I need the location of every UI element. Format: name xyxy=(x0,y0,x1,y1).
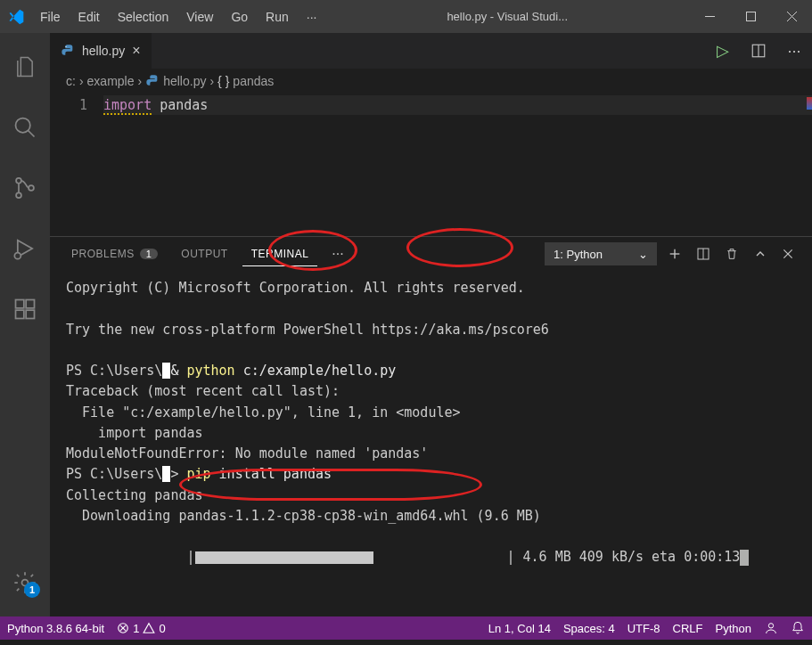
menu-file[interactable]: File xyxy=(31,3,70,31)
status-python-version[interactable]: Python 3.8.6 64-bit xyxy=(7,622,104,635)
crumb-file[interactable]: hello.py xyxy=(163,74,206,88)
code-keyword: import xyxy=(103,97,152,115)
close-tab-icon[interactable]: × xyxy=(132,43,140,59)
bottom-panel: PROBLEMS 1 OUTPUT TERMINAL ··· 1: Python… xyxy=(50,236,812,616)
minimap-indicator xyxy=(807,97,812,110)
svg-line-5 xyxy=(29,131,35,137)
svg-rect-13 xyxy=(26,300,34,308)
settings-gear-icon[interactable]: 1 xyxy=(0,558,50,608)
tab-hello-py[interactable]: hello.py × xyxy=(50,33,152,69)
chevron-right-icon: › xyxy=(137,74,142,88)
maximize-button[interactable] xyxy=(730,0,771,33)
terminal-output[interactable]: Copyright (C) Microsoft Corporation. All… xyxy=(50,271,812,616)
svg-rect-1 xyxy=(746,12,755,21)
settings-badge: 1 xyxy=(24,582,40,598)
menu-go[interactable]: Go xyxy=(222,3,257,31)
minimize-button[interactable] xyxy=(689,0,730,33)
chevron-right-icon: › xyxy=(209,74,214,88)
chevron-right-icon: › xyxy=(79,74,84,88)
extensions-icon[interactable] xyxy=(0,284,50,334)
status-bar: Python 3.8.6 64-bit 1 0 Ln 1, Col 14 Spa… xyxy=(0,616,812,640)
activity-bar: 1 xyxy=(0,33,50,616)
svg-point-9 xyxy=(14,253,21,259)
terminal-selector[interactable]: 1: Python ⌄ xyxy=(545,242,657,265)
braces-icon: { } xyxy=(217,74,229,88)
svg-point-27 xyxy=(768,624,773,628)
python-file-icon xyxy=(61,44,75,58)
search-icon[interactable] xyxy=(0,102,50,152)
terminal-line: Copyright (C) Microsoft Corporation. All… xyxy=(66,278,796,298)
window-title: hello.py - Visual Studi... xyxy=(325,10,689,23)
status-ln-col[interactable]: Ln 1, Col 14 xyxy=(488,622,551,635)
svg-point-6 xyxy=(16,178,21,184)
line-number: 1 xyxy=(50,94,87,113)
svg-point-15 xyxy=(65,46,66,47)
problems-count-badge: 1 xyxy=(140,249,159,259)
editor-tabs: hello.py × ▷ ··· xyxy=(50,33,812,69)
panel-tabs: PROBLEMS 1 OUTPUT TERMINAL ··· 1: Python… xyxy=(50,237,812,271)
breadcrumb[interactable]: c: › example › hello.py › { } pandas xyxy=(50,69,812,94)
vscode-logo-icon xyxy=(0,8,31,26)
terminal-line: PS C:\Users\ > pip install pandas xyxy=(66,464,796,485)
crumb-folder[interactable]: example xyxy=(87,74,135,88)
close-panel-icon[interactable] xyxy=(782,248,800,260)
kill-terminal-icon[interactable] xyxy=(725,247,742,261)
run-file-button[interactable]: ▷ xyxy=(705,33,741,69)
menu-view[interactable]: View xyxy=(177,3,222,31)
terminal-line: PS C:\Users\ & python c:/example/hello.p… xyxy=(66,361,796,381)
svg-point-8 xyxy=(29,185,34,191)
progress-bar xyxy=(195,547,507,567)
terminal-line: Downloading pandas-1.1.2-cp38-cp38-win_a… xyxy=(66,506,796,527)
status-problems[interactable]: 1 0 xyxy=(117,622,165,635)
titlebar: File Edit Selection View Go Run ··· hell… xyxy=(0,0,812,33)
svg-point-7 xyxy=(16,192,21,198)
tab-label: hello.py xyxy=(82,44,125,58)
status-encoding[interactable]: UTF-8 xyxy=(627,622,660,635)
workspace: hello.py × ▷ ··· c: › example › hello.py… xyxy=(50,33,812,616)
source-control-icon[interactable] xyxy=(0,163,50,213)
maximize-panel-icon[interactable] xyxy=(753,247,771,261)
terminal-line: Collecting pandas xyxy=(66,486,796,506)
split-editor-icon[interactable] xyxy=(741,33,776,69)
editor-area[interactable]: 1 import pandas xyxy=(50,94,812,236)
terminal-line: || 4.6 MB 409 kB/s eta 0:00:13 xyxy=(66,527,796,589)
terminal-line: Traceback (most recent call last): xyxy=(66,381,796,402)
menu-run[interactable]: Run xyxy=(257,3,298,31)
menu-more-icon[interactable]: ··· xyxy=(298,3,326,31)
status-language[interactable]: Python xyxy=(716,622,751,635)
terminal-line: Try the new cross-platform PowerShell ht… xyxy=(66,320,796,340)
panel-more-icon[interactable]: ··· xyxy=(323,246,352,262)
menu-edit[interactable]: Edit xyxy=(70,3,109,31)
status-spaces[interactable]: Spaces: 4 xyxy=(563,622,615,635)
python-file-icon xyxy=(145,74,160,88)
menu-bar: File Edit Selection View Go Run ··· xyxy=(31,3,325,31)
more-actions-icon[interactable]: ··· xyxy=(776,33,812,69)
close-button[interactable] xyxy=(771,0,812,33)
code-text: pandas xyxy=(152,97,208,113)
status-feedback-icon[interactable] xyxy=(764,621,778,635)
new-terminal-icon[interactable] xyxy=(668,247,685,261)
menu-selection[interactable]: Selection xyxy=(109,3,178,31)
terminal-line: File "c:/example/hello.py", line 1, in <… xyxy=(66,403,796,423)
run-debug-icon[interactable] xyxy=(0,224,50,274)
crumb-symbol[interactable]: pandas xyxy=(233,74,274,88)
split-terminal-icon[interactable] xyxy=(696,247,714,261)
chevron-down-icon: ⌄ xyxy=(638,248,648,261)
terminal-line: import pandas xyxy=(66,423,796,444)
svg-rect-10 xyxy=(16,300,24,308)
svg-rect-12 xyxy=(26,310,34,318)
terminal-cursor xyxy=(740,550,749,566)
window-controls xyxy=(689,0,812,33)
explorer-icon[interactable] xyxy=(0,42,50,92)
status-notifications-icon[interactable] xyxy=(791,621,805,635)
terminal-line: ModuleNotFoundError: No module named 'pa… xyxy=(66,444,796,464)
crumb-root[interactable]: c: xyxy=(66,74,76,88)
svg-rect-11 xyxy=(16,310,24,318)
svg-point-4 xyxy=(16,118,30,133)
status-eol[interactable]: CRLF xyxy=(673,622,703,635)
tab-output[interactable]: OUTPUT xyxy=(172,242,236,265)
tab-terminal[interactable]: TERMINAL xyxy=(242,242,318,266)
tab-problems[interactable]: PROBLEMS 1 xyxy=(62,242,167,265)
